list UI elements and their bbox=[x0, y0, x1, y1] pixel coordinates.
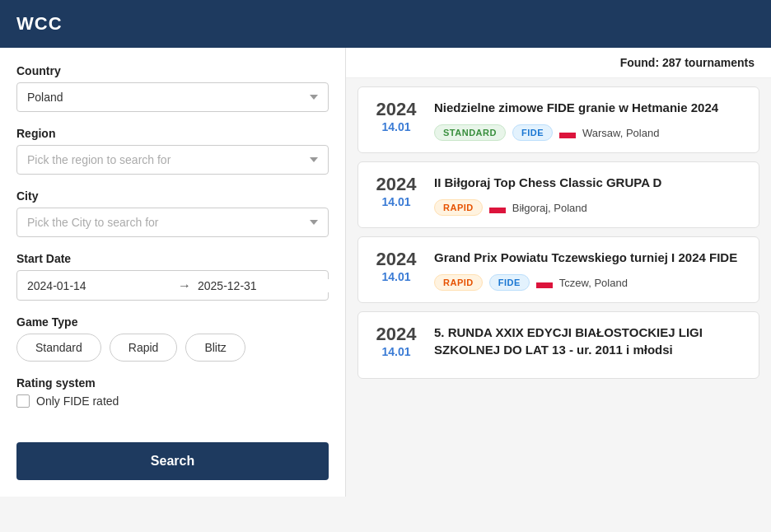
header: WCC bbox=[0, 0, 771, 48]
tournament-tags: RAPID Biłgoraj, Poland bbox=[434, 199, 745, 216]
tournament-day: 14.01 bbox=[371, 270, 421, 283]
tournament-info: II Biłgoraj Top Chess Classic GRUPA D RA… bbox=[434, 174, 745, 216]
city-select[interactable]: Pick the City to search for bbox=[16, 208, 329, 237]
tournament-day: 14.01 bbox=[371, 345, 421, 358]
rating-group: Rating system Only FIDE rated bbox=[16, 376, 329, 408]
svg-rect-3 bbox=[489, 208, 506, 213]
tournament-card[interactable]: 2024 14.01 Grand Prix Powiatu Tczewskieg… bbox=[357, 236, 759, 303]
region-select[interactable]: Pick the region to search for bbox=[16, 145, 329, 175]
fide-rated-label: Only FIDE rated bbox=[36, 394, 119, 408]
tournament-info: Grand Prix Powiatu Tczewskiego turniej I… bbox=[434, 249, 745, 291]
tournament-year: 2024 bbox=[371, 99, 421, 120]
svg-rect-0 bbox=[559, 127, 576, 133]
date-range-input[interactable]: → 📅 bbox=[16, 270, 329, 301]
game-type-label: Game Type bbox=[16, 315, 329, 329]
tournament-day: 14.01 bbox=[371, 120, 421, 133]
tournament-tags: STANDARD FIDE Warsaw, Poland bbox=[434, 124, 745, 141]
region-label: Region bbox=[16, 127, 329, 140]
tournament-title: 5. RUNDA XXIX EDYCJI BIAŁOSTOCKIEJ LIGI … bbox=[434, 324, 745, 358]
date-to-input[interactable] bbox=[198, 279, 342, 292]
poland-flag-icon bbox=[489, 202, 506, 213]
tournament-date: 2024 14.01 bbox=[371, 99, 421, 133]
date-label: Start Date bbox=[16, 252, 329, 265]
game-type-standard[interactable]: Standard bbox=[16, 334, 101, 362]
tournament-day: 14.01 bbox=[371, 195, 421, 208]
tournament-year: 2024 bbox=[371, 249, 421, 270]
tag-fide: FIDE bbox=[512, 124, 553, 141]
svg-rect-5 bbox=[536, 282, 553, 288]
tag-standard: STANDARD bbox=[434, 124, 506, 141]
svg-rect-4 bbox=[536, 277, 553, 282]
country-select[interactable]: Poland bbox=[16, 82, 329, 112]
country-label: Country bbox=[16, 64, 329, 77]
tournament-date: 2024 14.01 bbox=[371, 249, 421, 283]
tournament-card[interactable]: 2024 14.01 II Biłgoraj Top Chess Classic… bbox=[357, 161, 759, 228]
tag-rapid: RAPID bbox=[434, 274, 483, 291]
results-panel: 2024 14.01 Niedzielne zimowe FIDE granie… bbox=[346, 78, 771, 497]
tag-fide: FIDE bbox=[489, 274, 530, 291]
game-type-buttons: Standard Rapid Blitz bbox=[16, 334, 329, 362]
fide-rated-checkbox[interactable] bbox=[16, 394, 30, 408]
tournament-tags: RAPID FIDE Tczew, Poland bbox=[434, 274, 745, 291]
tournament-card[interactable]: 2024 14.01 5. RUNDA XXIX EDYCJI BIAŁOSTO… bbox=[357, 311, 759, 379]
tournament-location: Biłgoraj, Poland bbox=[512, 202, 587, 214]
poland-flag-icon bbox=[559, 127, 576, 138]
tournament-title: Niedzielne zimowe FIDE granie w Hetmanie… bbox=[434, 99, 745, 116]
found-bar: Found: 287 tournaments bbox=[346, 48, 771, 78]
game-type-blitz[interactable]: Blitz bbox=[185, 334, 245, 362]
tournament-title: II Biłgoraj Top Chess Classic GRUPA D bbox=[434, 174, 745, 191]
results-column: Found: 287 tournaments 2024 14.01 Niedzi… bbox=[346, 48, 771, 497]
tournament-date: 2024 14.01 bbox=[371, 174, 421, 208]
tag-rapid: RAPID bbox=[434, 199, 483, 216]
country-group: Country Poland bbox=[16, 64, 329, 112]
city-label: City bbox=[16, 189, 329, 203]
date-from-input[interactable] bbox=[27, 279, 171, 292]
tournament-info: 5. RUNDA XXIX EDYCJI BIAŁOSTOCKIEJ LIGI … bbox=[434, 324, 745, 366]
date-group: Start Date → 📅 bbox=[16, 252, 329, 301]
logo: WCC bbox=[16, 13, 63, 35]
tournament-year: 2024 bbox=[371, 324, 421, 345]
tournament-title: Grand Prix Powiatu Tczewskiego turniej I… bbox=[434, 249, 745, 266]
svg-rect-2 bbox=[489, 202, 506, 208]
city-group: City Pick the City to search for bbox=[16, 189, 329, 237]
region-group: Region Pick the region to search for bbox=[16, 127, 329, 175]
poland-flag-icon bbox=[536, 277, 553, 288]
tournament-year: 2024 bbox=[371, 174, 421, 195]
tournament-date: 2024 14.01 bbox=[371, 324, 421, 358]
found-count: Found: 287 tournaments bbox=[620, 56, 755, 69]
tournament-location: Warsaw, Poland bbox=[582, 127, 659, 139]
search-button[interactable]: Search bbox=[16, 442, 329, 480]
game-type-group: Game Type Standard Rapid Blitz bbox=[16, 315, 329, 362]
rating-system-label: Rating system bbox=[16, 376, 329, 390]
game-type-rapid[interactable]: Rapid bbox=[110, 334, 178, 362]
tournament-info: Niedzielne zimowe FIDE granie w Hetmanie… bbox=[434, 99, 745, 141]
tournament-card[interactable]: 2024 14.01 Niedzielne zimowe FIDE granie… bbox=[357, 86, 759, 153]
tournament-location: Tczew, Poland bbox=[559, 277, 628, 289]
date-arrow-icon: → bbox=[178, 278, 191, 293]
svg-rect-1 bbox=[559, 133, 576, 138]
search-sidebar: Country Poland Region Pick the region to… bbox=[0, 48, 346, 497]
fide-rated-row: Only FIDE rated bbox=[16, 394, 329, 408]
